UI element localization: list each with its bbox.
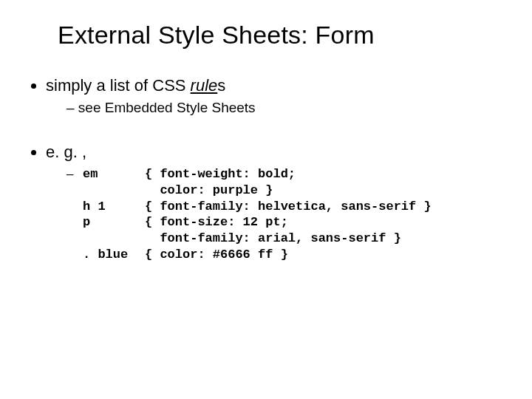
- code-block: – em { font-weight: bold; color: purple …: [66, 166, 510, 263]
- code-declaration: { font-size: 12 pt;: [145, 214, 288, 231]
- bullet-list: simply a list of CSS rules see Embedded …: [30, 76, 510, 116]
- spacer: [22, 116, 510, 143]
- bullet-1-text-prefix: simply a list of CSS: [46, 76, 191, 95]
- code-selector: p: [83, 214, 145, 231]
- code-dash: –: [66, 166, 83, 183]
- code-dash-empty: [66, 214, 83, 231]
- code-row: h 1 { font-family: helvetica, sans-serif…: [66, 199, 510, 215]
- code-dash-empty: [66, 183, 83, 199]
- code-declaration: color: purple }: [145, 183, 273, 199]
- code-row: . blue { color: #6666 ff }: [66, 247, 510, 263]
- code-selector: . blue: [83, 247, 145, 263]
- code-row: – em { font-weight: bold;: [66, 166, 510, 183]
- bullet-1-rule-italic: rule: [191, 76, 218, 95]
- code-row: color: purple }: [66, 183, 510, 199]
- code-selector: [83, 231, 145, 247]
- slide: External Style Sheets: Form simply a lis…: [0, 0, 532, 399]
- sub-bullet-1: see Embedded Style Sheets: [66, 100, 510, 116]
- code-dash-empty: [66, 199, 83, 215]
- bullet-list-2: e. g. , – em { font-weight: bold; color:…: [30, 143, 510, 263]
- code-selector: h 1: [83, 199, 145, 215]
- code-declaration: { font-weight: bold;: [145, 166, 296, 183]
- sub-bullet-list-1: see Embedded Style Sheets: [66, 100, 510, 116]
- code-selector: [83, 183, 145, 199]
- code-row: font-family: arial, sans-serif }: [66, 231, 510, 247]
- code-dash-empty: [66, 231, 83, 247]
- slide-title: External Style Sheets: Form: [58, 21, 510, 50]
- bullet-item-1: simply a list of CSS rules see Embedded …: [46, 76, 510, 116]
- code-dash-empty: [66, 247, 83, 263]
- code-declaration: { color: #6666 ff }: [145, 247, 288, 263]
- bullet-1-rule-rest: s: [217, 76, 225, 95]
- code-row: p { font-size: 12 pt;: [66, 214, 510, 231]
- bullet-2-text: e. g. ,: [46, 143, 86, 161]
- code-declaration: { font-family: helvetica, sans-serif }: [145, 199, 432, 215]
- bullet-item-2: e. g. , – em { font-weight: bold; color:…: [46, 143, 510, 263]
- code-selector: em: [83, 166, 145, 183]
- code-declaration: font-family: arial, sans-serif }: [145, 231, 401, 247]
